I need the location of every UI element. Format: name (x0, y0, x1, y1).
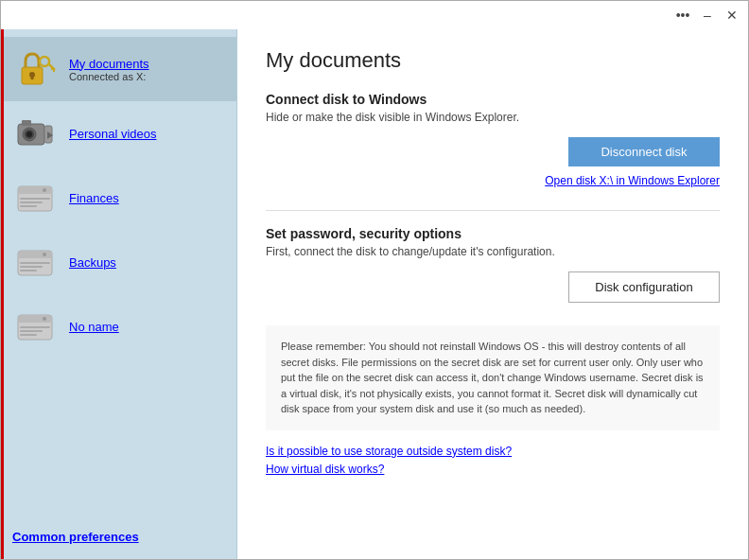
sidebar-item-no-name-label[interactable]: No name (69, 320, 119, 334)
main-window: ••• – ✕ (0, 0, 749, 560)
drive-finances-icon (12, 175, 58, 220)
password-section-title: Set password, security options (266, 226, 720, 241)
svg-rect-32 (20, 326, 50, 328)
svg-rect-33 (20, 330, 43, 332)
svg-rect-18 (20, 198, 50, 200)
lock-icon (12, 46, 58, 92)
page-title: My documents (266, 48, 720, 73)
password-section: Set password, security options First, co… (266, 226, 720, 303)
sidebar-bottom: Common preferences (12, 530, 139, 544)
sidebar-item-my-documents-sublabel: Connected as X: (69, 71, 149, 82)
drive-backups-icon (12, 239, 58, 285)
password-section-desc: First, connect the disk to change/update… (266, 245, 720, 258)
svg-rect-19 (20, 201, 43, 203)
link1-row: Is it possible to use storage outside sy… (266, 444, 720, 458)
sidebar-item-finances[interactable]: Finances (1, 166, 236, 230)
svg-rect-2 (31, 75, 34, 79)
sidebar-item-my-documents-text: My documents Connected as X: (69, 57, 149, 82)
sidebar-item-backups-label[interactable]: Backups (69, 255, 116, 270)
svg-point-3 (40, 57, 49, 66)
section-divider (266, 210, 720, 211)
link2-row: How virtual disk works? (266, 462, 720, 476)
sidebar-item-finances-text: Finances (69, 191, 119, 205)
svg-rect-34 (20, 334, 37, 336)
svg-rect-16 (18, 190, 52, 194)
svg-rect-11 (22, 120, 31, 126)
svg-rect-20 (20, 205, 37, 207)
sidebar-item-personal-videos[interactable]: Personal videos (1, 101, 236, 166)
sidebar: My documents Connected as X: (1, 29, 237, 559)
sidebar-item-my-documents-label[interactable]: My documents (69, 57, 149, 71)
titlebar-controls: ••• – ✕ (674, 7, 740, 24)
titlebar: ••• – ✕ (1, 1, 748, 29)
connect-section-title: Connect disk to Windows (266, 92, 720, 107)
svg-rect-30 (18, 319, 52, 323)
svg-rect-26 (20, 266, 43, 268)
disk-configuration-button[interactable]: Disk configuration (568, 271, 720, 303)
close-button[interactable]: ✕ (723, 7, 740, 24)
svg-point-10 (26, 131, 32, 137)
svg-rect-27 (20, 270, 37, 271)
sidebar-item-personal-videos-label[interactable]: Personal videos (69, 127, 157, 141)
config-btn-row: Disk configuration (266, 271, 720, 303)
drive-noname-icon (12, 304, 58, 349)
svg-point-17 (43, 188, 46, 192)
open-disk-link[interactable]: Open disk X:\ in Windows Explorer (545, 174, 720, 187)
sidebar-item-no-name[interactable]: No name (1, 294, 236, 359)
svg-rect-23 (18, 254, 52, 258)
content-area: My documents Connected as X: (1, 29, 748, 559)
minimize-button[interactable]: – (699, 7, 716, 24)
sidebar-item-personal-videos-text: Personal videos (69, 127, 157, 141)
disconnect-btn-row: Disconnect disk (266, 137, 720, 166)
open-disk-link-row: Open disk X:\ in Windows Explorer (266, 174, 720, 187)
sidebar-item-finances-label[interactable]: Finances (69, 191, 119, 205)
info-box: Please remember: You should not reinstal… (266, 325, 720, 430)
connect-section-desc: Hide or make the disk visible in Windows… (266, 111, 720, 124)
svg-rect-25 (20, 262, 50, 264)
camera-icon (12, 111, 58, 156)
connect-section: Connect disk to Windows Hide or make the… (266, 92, 720, 187)
more-button[interactable]: ••• (674, 7, 691, 24)
sidebar-item-my-documents[interactable]: My documents Connected as X: (1, 37, 236, 101)
info-text: Please remember: You should not reinstal… (281, 339, 705, 417)
sidebar-item-backups[interactable]: Backups (1, 230, 236, 294)
sidebar-item-backups-text: Backups (69, 255, 116, 270)
disconnect-disk-button[interactable]: Disconnect disk (568, 137, 720, 166)
virtual-disk-link[interactable]: How virtual disk works? (266, 463, 384, 476)
svg-point-24 (43, 253, 46, 256)
sidebar-item-no-name-text: No name (69, 320, 119, 334)
svg-point-31 (43, 317, 46, 321)
main-content: My documents Connect disk to Windows Hid… (237, 29, 748, 559)
common-preferences-link[interactable]: Common preferences (12, 530, 139, 544)
storage-link[interactable]: Is it possible to use storage outside sy… (266, 445, 512, 458)
